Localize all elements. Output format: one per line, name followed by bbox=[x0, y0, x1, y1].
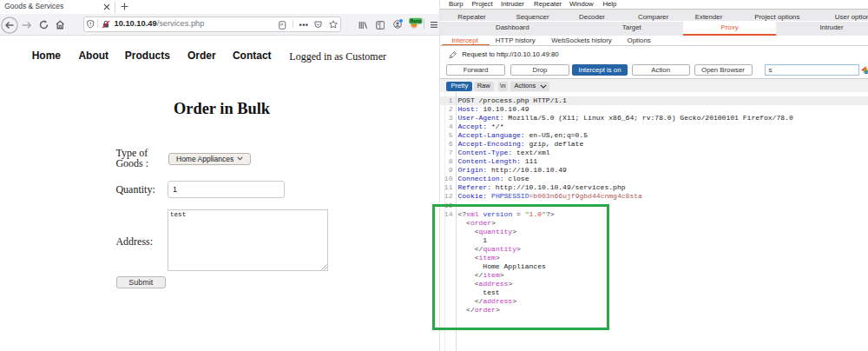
svg-text:Burp: Burp bbox=[410, 18, 421, 23]
